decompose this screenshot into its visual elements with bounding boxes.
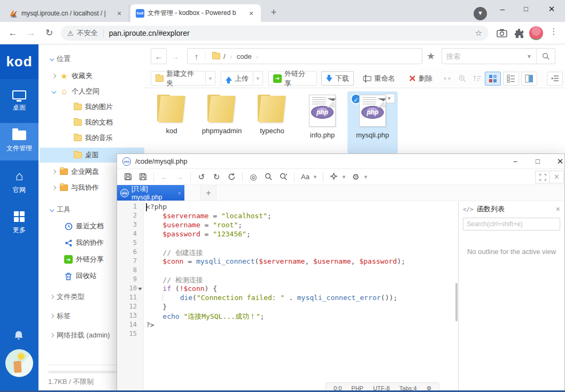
line-number[interactable]: 10 — [117, 285, 143, 294]
download-button[interactable]: 下载 — [321, 71, 354, 86]
code-line-11[interactable]: die("Connection failed: " . mysqli_conne… — [146, 294, 458, 303]
window-close-button[interactable]: ✕ — [540, 0, 563, 18]
goto-line-icon[interactable]: ◎ — [247, 171, 260, 183]
caret-down-icon[interactable]: ▼ — [363, 174, 368, 180]
save-as-icon[interactable] — [136, 171, 149, 183]
browser-menu-icon[interactable]: ⋮ — [548, 27, 559, 36]
rail-item-desktop[interactable]: 桌面 — [0, 82, 38, 120]
code-line-14[interactable]: ?> — [146, 321, 458, 330]
upload-caret-icon[interactable]: ▼ — [253, 71, 263, 86]
fold-caret-icon[interactable] — [138, 288, 142, 290]
new-editor-tab-button[interactable]: + — [200, 185, 216, 201]
search-input[interactable] — [442, 52, 527, 60]
line-number[interactable]: 13 — [117, 312, 143, 321]
rail-item-more[interactable]: 更多 — [0, 204, 38, 242]
line-number[interactable]: 8 — [117, 266, 143, 275]
explorer-forward-button[interactable]: → — [170, 48, 181, 64]
chevron-right-icon[interactable] — [50, 314, 54, 318]
delete-button[interactable]: 删除 — [404, 71, 437, 86]
back-icon[interactable]: ← — [6, 27, 19, 40]
code-line-10[interactable]: if (!$conn) { — [146, 285, 458, 294]
file-tile-info-php[interactable]: php info.php — [297, 91, 347, 153]
notification-bell-icon[interactable] — [13, 329, 25, 341]
line-number[interactable]: 12 — [117, 303, 143, 312]
tree-item-favorites[interactable]: ★ 收藏夹 — [38, 68, 144, 83]
browser-tab-kodbox[interactable]: kod 文件管理 - kodbox - Powered b × — [130, 4, 261, 22]
chevron-right-icon[interactable] — [50, 295, 54, 299]
line-number[interactable]: 4 — [117, 230, 143, 239]
kod-logo[interactable]: kod — [0, 44, 38, 79]
chevron-right-icon[interactable] — [52, 186, 56, 190]
editor-close-button[interactable]: ✕ — [550, 154, 565, 168]
search-icon[interactable] — [262, 171, 275, 183]
code-line-1[interactable]: <?php — [146, 203, 458, 212]
rail-item-file-manager[interactable]: 文件管理 — [0, 123, 38, 160]
rename-button[interactable]: 重命名 — [358, 71, 400, 86]
tab-close-icon[interactable]: × — [178, 190, 181, 196]
line-number[interactable]: 1 — [117, 203, 143, 212]
chevron-down-icon[interactable] — [50, 57, 54, 61]
tab-close-icon[interactable]: × — [115, 9, 123, 18]
file-tile-mysqli-php[interactable]: ✓ ▼ php mysqli.php — [347, 91, 398, 153]
chevron-right-icon[interactable] — [50, 333, 54, 337]
media-control-button[interactable]: ▼ — [474, 7, 487, 20]
code-line-8[interactable] — [146, 266, 458, 275]
redo-icon[interactable]: ↻ — [210, 171, 223, 183]
rail-item-official-site[interactable]: ⌂ 官网 — [0, 164, 38, 201]
tree-section-location[interactable]: 位置 — [38, 51, 144, 66]
forward-icon[interactable]: → — [25, 27, 37, 40]
code-line-7[interactable]: $conn = mysqli_connect($servername, $use… — [146, 257, 458, 266]
security-label[interactable]: 不安全 — [77, 28, 98, 38]
nav-forward-icon[interactable]: → — [173, 171, 186, 183]
up-directory-icon[interactable]: ↑ — [188, 52, 206, 61]
refresh-icon[interactable] — [225, 171, 238, 183]
outline-search-input[interactable] — [463, 218, 560, 230]
tree-item-my-pictures[interactable]: 我的图片 — [38, 99, 144, 114]
line-number[interactable]: 5 — [117, 239, 143, 248]
extensions-puzzle-icon[interactable] — [513, 27, 525, 39]
editor-maximize-button[interactable]: □ — [528, 154, 548, 168]
save-icon[interactable] — [121, 171, 134, 183]
bookmark-star-icon[interactable]: ☆ — [475, 28, 482, 38]
code-line-9[interactable]: // 检测连接 — [146, 275, 458, 285]
line-number[interactable]: 7 — [117, 257, 143, 266]
line-number[interactable]: 9 — [117, 275, 143, 285]
code-line-13[interactable]: echo "连接MySQL...成功！"; — [146, 312, 458, 321]
caret-down-icon[interactable]: ▼ — [342, 174, 346, 180]
line-number[interactable]: 15 — [117, 330, 143, 339]
caret-down-icon[interactable]: ▼ — [313, 174, 318, 180]
line-number[interactable]: 11 — [117, 294, 143, 303]
upload-button[interactable]: 上传 — [221, 71, 253, 86]
zoom-in-icon[interactable] — [458, 74, 467, 83]
window-maximize-button[interactable]: □ — [514, 0, 538, 18]
size-slider-icon[interactable]: •• — [444, 74, 452, 83]
editor-tab-mysqli[interactable]: php [只读] mysqli.php × — [117, 185, 184, 201]
chevron-down-icon[interactable] — [52, 89, 56, 94]
sort-icon[interactable] — [473, 75, 482, 82]
browser-profile-avatar[interactable] — [529, 26, 543, 40]
code-area[interactable]: <?php $servername = "localhost"; $userna… — [144, 202, 458, 392]
favorite-star-icon[interactable]: ★ — [427, 50, 435, 62]
line-number[interactable]: 14 — [117, 321, 143, 330]
view-column-button[interactable] — [521, 72, 537, 86]
detail-panel-toggle-button[interactable] — [547, 72, 563, 86]
editor-title-bar[interactable]: php /code/mysqli.php – □ ✕ — [117, 154, 564, 169]
chevron-right-icon[interactable] — [52, 170, 56, 174]
undo-icon[interactable]: ↺ — [195, 171, 208, 183]
toolbar-close-icon[interactable]: ✕ — [550, 171, 564, 183]
chevron-down-icon[interactable] — [50, 207, 54, 212]
code-line-4[interactable]: $password = "123456"; — [146, 230, 458, 239]
share-button[interactable]: ➔ 外链分享 — [268, 71, 317, 86]
code-line-3[interactable]: $username = "root"; — [146, 221, 458, 230]
editor-minimize-button[interactable]: – — [505, 154, 525, 168]
breadcrumb[interactable]: ↑ / › code › — [187, 48, 422, 64]
explorer-back-button[interactable]: ← — [151, 48, 167, 64]
outline-close-icon[interactable]: × — [556, 205, 560, 213]
theme-icon[interactable] — [328, 171, 340, 183]
fullscreen-icon[interactable] — [535, 171, 550, 183]
tab-close-icon[interactable]: × — [247, 9, 256, 18]
breadcrumb-root[interactable]: / — [223, 52, 226, 60]
view-grid-button[interactable] — [485, 72, 501, 86]
line-number[interactable]: 2 — [117, 212, 143, 221]
window-minimize-button[interactable]: – — [491, 0, 514, 18]
